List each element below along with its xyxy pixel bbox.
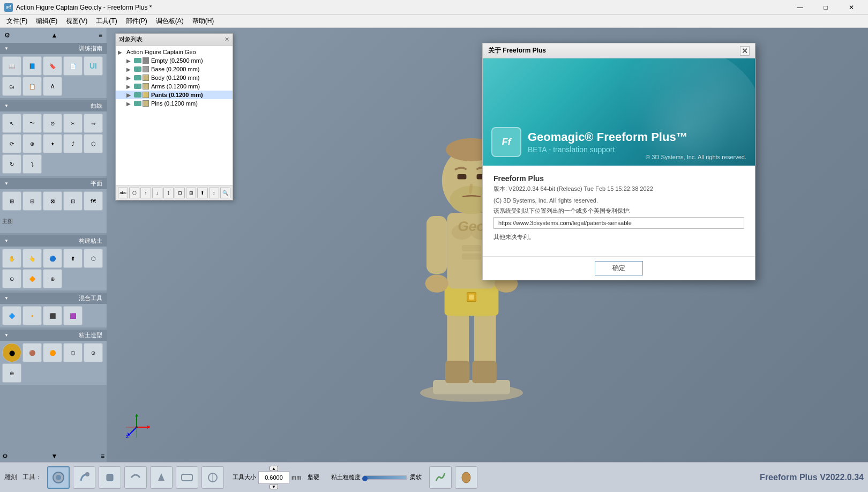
plane-icon-1[interactable]: ⊞ [2, 191, 21, 211]
buildclay-icon-4[interactable]: ⬆ [63, 249, 83, 268]
mixtool-icon-3[interactable]: ⬛ [43, 306, 62, 325]
maximize-button[interactable]: □ [813, 0, 838, 15]
curve-icon-7[interactable]: ⊕ [23, 134, 42, 153]
training-icon-4[interactable]: 📄 [63, 56, 83, 76]
panel-tool-2[interactable]: ⬡ [129, 188, 139, 198]
minimize-button[interactable]: — [788, 0, 812, 15]
tool-btn-1[interactable] [47, 466, 70, 489]
sidebar-bottom-arrow[interactable]: ▼ [51, 452, 58, 460]
menu-item-h[interactable]: 帮助(H) [188, 16, 219, 27]
eye-icon-base[interactable] [134, 66, 141, 72]
menu-item-e[interactable]: 编辑(E) [32, 16, 62, 27]
menu-item-v[interactable]: 视图(V) [62, 16, 92, 27]
training-icon-6[interactable]: 🗂 [2, 77, 21, 96]
menu-item-a[interactable]: 调色板(A) [152, 16, 188, 27]
clayshape-icon-2[interactable]: 🟤 [23, 343, 42, 362]
menu-item-p[interactable]: 部件(P) [122, 16, 152, 27]
training-icon-3[interactable]: 🔖 [43, 56, 62, 76]
curve-icon-8[interactable]: ✦ [43, 134, 62, 153]
tree-item-pants[interactable]: ▶ Pants (0.1200 mm) [116, 91, 233, 99]
buildclay-icon-1[interactable]: ✋ [2, 249, 21, 268]
buildclay-icon-2[interactable]: 👆 [23, 249, 42, 268]
panel-tool-7[interactable]: ⊞ [186, 188, 196, 198]
clayshape-icon-1[interactable]: ⬤ [2, 343, 21, 362]
tool-btn-5[interactable] [150, 466, 173, 489]
panel-tool-10[interactable]: 🔍 [220, 188, 230, 198]
buildclay-icon-8[interactable]: ⊕ [43, 269, 62, 288]
training-icon-5[interactable]: UI [84, 56, 103, 76]
tool-btn-9[interactable] [455, 466, 477, 489]
curve-icon-1[interactable]: ↖ [2, 114, 21, 133]
curve-icon-9[interactable]: ⤴ [63, 134, 83, 153]
tool-btn-4[interactable] [124, 466, 147, 489]
tree-item-base[interactable]: ▶ Base (0.2000 mm) [116, 65, 233, 73]
tool-btn-6[interactable] [176, 466, 198, 489]
tree-item-body[interactable]: ▶ Body (0.1200 mm) [116, 73, 233, 82]
curve-icon-6[interactable]: ⟳ [2, 134, 21, 153]
menu-item-f[interactable]: 文件(F) [2, 16, 32, 27]
clayshape-icon-3[interactable]: 🟠 [43, 343, 62, 362]
mixtool-icon-1[interactable]: 🔷 [2, 306, 21, 325]
tree-item-pins[interactable]: ▶ Pins (0.1200 mm) [116, 99, 233, 108]
panel-tool-9[interactable]: ↕ [209, 188, 219, 198]
panel-tool-abc[interactable]: abc [118, 188, 128, 198]
ok-button[interactable]: 确定 [595, 261, 643, 275]
training-icon-8[interactable]: A [43, 77, 62, 96]
dialog-close-button[interactable]: ✕ [740, 46, 750, 56]
tool-btn-7[interactable] [201, 466, 224, 489]
curve-icon-10[interactable]: ⬡ [84, 134, 103, 153]
sidebar-section-curve-title[interactable]: 曲线 [0, 100, 107, 111]
sidebar-menu-icon[interactable]: ≡ [99, 32, 102, 39]
panel-tool-6[interactable]: ⊡ [175, 188, 185, 198]
menu-item-t[interactable]: 工具(T) [92, 16, 121, 27]
panel-tool-8[interactable]: ⬆ [197, 188, 207, 198]
stiffness-bar[interactable] [364, 475, 407, 480]
training-icon-7[interactable]: 📋 [23, 77, 42, 96]
sidebar-collapse-icon[interactable]: ▲ [51, 32, 58, 39]
sidebar-section-training-title[interactable]: 训练指南 [0, 43, 107, 54]
object-list-close[interactable]: ✕ [225, 36, 229, 43]
plane-icon-2[interactable]: ⊟ [23, 191, 42, 211]
buildclay-icon-5[interactable]: ⬡ [84, 249, 103, 268]
tree-item-empty[interactable]: ▶ Empty (0.2500 mm) [116, 56, 233, 65]
sidebar-bottom-menu[interactable]: ≡ [101, 452, 104, 460]
eye-icon-pants[interactable] [134, 92, 141, 98]
tree-item-root[interactable]: ▶ Action Figure Captain Geo [116, 48, 233, 56]
curve-icon-5[interactable]: ⇒ [84, 114, 103, 133]
sidebar-gear-icon[interactable]: ⚙ [4, 32, 10, 39]
curve-icon-11[interactable]: ↻ [2, 154, 21, 174]
curve-icon-2[interactable]: 〜 [23, 114, 42, 133]
training-icon-1[interactable]: 📖 [2, 56, 21, 76]
plane-icon-4[interactable]: ⊡ [63, 191, 83, 211]
panel-tool-3[interactable]: ↑ [140, 188, 151, 198]
sidebar-section-buildclay-title[interactable]: 构建粘土 [0, 235, 107, 247]
tool-size-input[interactable] [258, 471, 289, 484]
eye-icon-pins[interactable] [134, 101, 141, 106]
clayshape-icon-5[interactable]: ⊙ [84, 343, 103, 362]
buildclay-icon-6[interactable]: ⊙ [2, 269, 21, 288]
patent-url-field[interactable] [493, 217, 744, 229]
eye-icon-empty[interactable] [134, 58, 141, 63]
buildclay-icon-7[interactable]: 🔶 [23, 269, 42, 288]
sidebar-bottom-gear[interactable]: ⚙ [2, 452, 8, 460]
panel-tool-5[interactable]: ⤵ [163, 188, 174, 198]
sidebar-section-mixtools-title[interactable]: 混合工具 [0, 293, 107, 304]
curve-icon-12[interactable]: ⤵ [23, 154, 42, 174]
tool-btn-8[interactable] [429, 466, 452, 489]
sidebar-section-plane-title[interactable]: 平面 [0, 178, 107, 189]
close-button[interactable]: ✕ [839, 0, 864, 15]
training-icon-2[interactable]: 📘 [23, 56, 42, 76]
tool-btn-3[interactable] [99, 466, 121, 489]
curve-icon-4[interactable]: ✂ [63, 114, 83, 133]
buildclay-icon-3[interactable]: 🔵 [43, 249, 62, 268]
tool-size-up[interactable]: ▲ [270, 466, 278, 471]
curve-icon-3[interactable]: ⊙ [43, 114, 62, 133]
viewport[interactable]: 对象列表 ✕ ▶ Action Figure Captain Geo ▶ Emp… [107, 28, 868, 462]
plane-icon-map[interactable]: 🗺 [84, 191, 103, 211]
clayshape-icon-4[interactable]: ⬡ [63, 343, 83, 362]
eye-icon-arms[interactable] [134, 84, 141, 89]
mixtool-icon-2[interactable]: 🔸 [23, 306, 42, 325]
tree-item-arms[interactable]: ▶ Arms (0.1200 mm) [116, 82, 233, 91]
mixtool-icon-4[interactable]: 🟪 [63, 306, 83, 325]
plane-icon-3[interactable]: ⊠ [43, 191, 62, 211]
